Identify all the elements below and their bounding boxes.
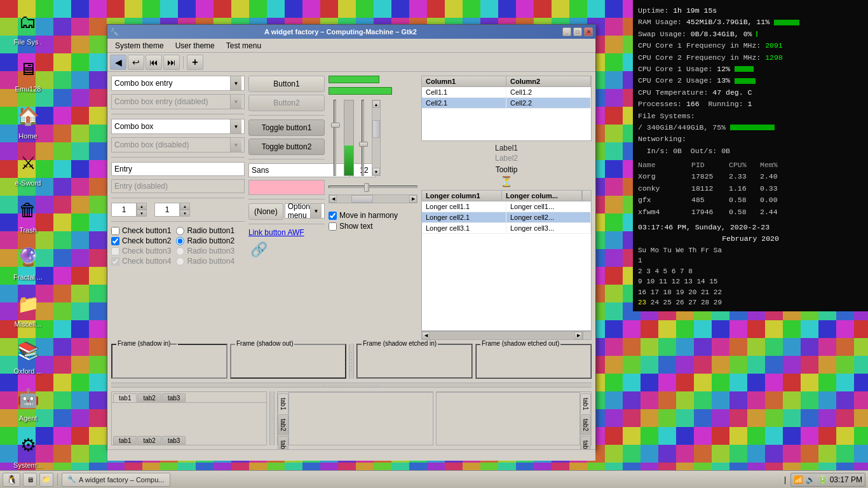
spin2-up[interactable]: ▲ [180,203,190,210]
desktop-icon-esword[interactable]: ⚔ e-Sword [4,145,52,189]
nb1-tab3[interactable]: tab3 [162,393,186,402]
entry-field[interactable]: Entry [111,162,245,176]
combo-entry-arrow[interactable]: ▼ [230,76,241,90]
scrollbar-h-left[interactable]: ◀ [329,195,337,203]
desktop-icon-system[interactable]: ⚙ System... [4,427,52,471]
nb2-tab2[interactable]: tab2 [278,414,288,435]
toggle-button1[interactable]: Toggle button1 [248,119,325,136]
scale-handle-2[interactable] [359,142,368,147]
menu-test[interactable]: Test menu [221,40,266,51]
toolbar-undo-btn[interactable]: ↩ [128,55,144,70]
desktop-icon-oxford[interactable]: 📚 Oxford ... [4,333,52,377]
spin2-down[interactable]: ▼ [180,210,190,217]
scale-handle-1[interactable] [331,123,340,128]
combo-box[interactable]: Combo box ▼ [111,119,245,134]
scrollbar-h-thumb[interactable] [351,195,373,203]
close-button[interactable]: ✕ [584,27,593,36]
spinbutton-2[interactable]: ▲ ▼ [154,203,193,217]
radio-2[interactable]: Radio button2 [176,236,234,245]
taskbar-window-btn[interactable]: 🔧 A widget factory – Compu... [62,473,170,487]
toolbar-back-btn[interactable]: ◀ [110,55,126,70]
radio1-input[interactable] [176,227,184,235]
checkbox-1[interactable]: Check button1 [111,226,171,235]
desktop-icon-fractal[interactable]: 🔮 Fractal ... [4,239,52,283]
tvl-row-2[interactable]: Longer cell2.1 Longer cell2... [422,212,591,223]
desktop-icon-trash[interactable]: 🗑 Trash [4,192,52,236]
move-harmony-input[interactable] [329,212,337,220]
scrollbar-v[interactable]: ▲ ▼ [372,100,381,176]
color-button[interactable] [248,180,325,195]
radio-1[interactable]: Radio button1 [176,226,234,235]
show-text-check[interactable]: Show text [329,222,417,231]
move-harmony-check[interactable]: Move in harmony [329,211,417,220]
taskbar-app-icon-2[interactable]: 📁 [39,473,53,487]
desktop-icon-emu128[interactable]: 🖥 Emu128 [4,51,52,95]
minimize-button[interactable]: _ [562,27,571,36]
show-text-input[interactable] [329,222,337,231]
radio2-input[interactable] [176,237,184,245]
tv-row-2[interactable]: Cell2.1 Cell2.2 [422,98,591,109]
spin1-input[interactable] [111,203,137,217]
desktop-icon-filesystem[interactable]: 🗂 File Sys . [4,4,52,48]
scale-h-handle[interactable] [364,183,369,192]
combo-box-entry[interactable]: Combo box entry ▼ [111,76,245,91]
desktop-icon-miscellaneous[interactable]: 📁 Miscell... [4,286,52,330]
nb1-btab2[interactable]: tab2 [137,436,161,445]
scrollbar-down-btn[interactable]: ▼ [372,168,380,175]
none-button[interactable]: (None) [248,203,283,220]
tv-row-1[interactable]: Cell1.1 Cell1.2 [422,87,591,98]
check2-input[interactable] [111,237,119,245]
scrollbar-up-btn[interactable]: ▲ [372,100,380,108]
radio4-input [176,257,184,266]
taskbar-start[interactable]: 🐧 [3,473,20,487]
check1-input[interactable] [111,227,119,235]
pane-sep-h[interactable]: · · · · · · · · · · · · · · · · · · · · … [111,383,592,388]
tvl-row-3[interactable]: Longer cell3.1 Longer cell3... [422,223,591,234]
tvl-col2-header[interactable]: Longer colum... [502,191,582,201]
option-arrow[interactable]: ▼ [310,204,322,218]
nb1-tab2[interactable]: tab2 [137,393,161,402]
nb3-tab1[interactable]: tab1 [580,393,591,414]
nb1-btab3[interactable]: tab3 [162,436,186,445]
nb3-tab3[interactable]: tab3 [580,436,591,449]
tv-col1-header[interactable]: Column1 [422,76,506,86]
pane-separator-v[interactable]: · · · · · · [349,344,354,379]
tv-col2-header[interactable]: Column2 [506,76,591,86]
nb1-tab1[interactable]: tab1 [113,393,137,402]
toolbar-first-btn[interactable]: ⏮ [146,55,162,70]
desktop-icon-agent[interactable]: 🤖 Agent [4,380,52,424]
tvl-scroll-left[interactable]: ◀ [422,332,430,339]
menu-user-theme[interactable]: User theme [170,40,220,51]
tvl-row-1[interactable]: Longer cell1.1 Longer cell1... [422,201,591,212]
toolbar-last-btn[interactable]: ⏭ [163,55,180,70]
maximize-button[interactable]: □ [573,27,582,36]
button1[interactable]: Button1 [248,76,325,92]
link-button[interactable]: Link button AWF [248,228,325,237]
checkbox-2[interactable]: Check button2 [111,236,171,245]
tvl-scroll-right[interactable]: ▶ [574,332,582,339]
option-menu[interactable]: Option menu ▼ [285,203,325,219]
nb2-tab3[interactable]: tab3 [278,436,288,449]
nb3-tab2[interactable]: tab2 [580,414,591,435]
tvl-hscroll[interactable]: ◀ ▶ [421,331,583,340]
window-icon-area: 🔧 [110,28,119,36]
menu-system-theme[interactable]: System theme [110,40,169,51]
scrollbar-thumb[interactable] [372,120,380,138]
toolbar-add-btn[interactable]: + [187,55,203,70]
spin2-input[interactable] [154,203,180,217]
spin1-up[interactable]: ▲ [137,203,147,210]
combo-arrow[interactable]: ▼ [230,119,241,133]
spin1-down[interactable]: ▼ [137,210,147,217]
tvl-col1-header[interactable]: Longer column1 [422,191,502,201]
desktop-icon-home[interactable]: 🏠 Home [4,98,52,142]
scrollbar-h-right[interactable]: ▶ [409,195,417,203]
nb2-tab1[interactable]: tab1 [278,393,288,414]
toggle-button2[interactable]: Toggle button2 [248,139,325,155]
move-show-row: Move in harmony Show text [329,211,417,231]
nb1-btab1[interactable]: tab1 [113,436,137,445]
spinbutton-1[interactable]: ▲ ▼ [111,203,149,217]
show-text-label: Show text [339,222,373,231]
scrollbar-h[interactable]: ◀ ▶ [329,194,417,203]
taskbar-app-icon-1[interactable]: 🖥 [23,473,37,487]
pane-sep-nb[interactable]: · [269,391,275,445]
